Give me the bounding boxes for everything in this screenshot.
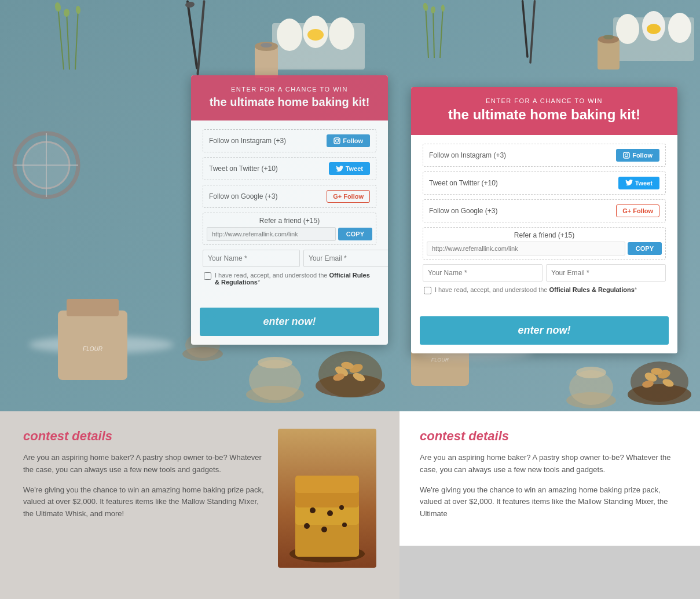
svg-point-80 bbox=[625, 154, 628, 156]
left-google-label: Follow on Google (+3) bbox=[209, 192, 277, 200]
right-contest-card: ENTER FOR A CHANCE TO WIN the ultimate h… bbox=[411, 87, 677, 353]
svg-point-65 bbox=[603, 35, 614, 39]
right-contest-details: contest details Are you an aspiring home… bbox=[400, 411, 700, 546]
svg-point-8 bbox=[185, 1, 195, 8]
right-google-follow-button[interactable]: G+ Follow bbox=[616, 204, 659, 217]
left-contest-para2: We're giving you the chance to win an am… bbox=[23, 484, 266, 520]
svg-point-62 bbox=[647, 24, 661, 34]
svg-rect-57 bbox=[529, 0, 536, 64]
right-name-email-row bbox=[423, 264, 666, 282]
right-contest-para2: We're giving you the chance to win an am… bbox=[420, 484, 680, 520]
right-checkbox-row: I have read, accept, and understood the … bbox=[423, 286, 666, 294]
svg-point-48 bbox=[321, 527, 327, 532]
right-copy-button[interactable]: COPY bbox=[628, 242, 662, 255]
svg-point-23 bbox=[261, 43, 272, 48]
right-card-subtitle: ENTER FOR A CHANCE TO WIN bbox=[423, 97, 666, 104]
left-card-header: ENTER FOR A CHANCE TO WIN the ultimate h… bbox=[191, 75, 388, 120]
svg-point-55 bbox=[441, 5, 445, 12]
right-refer-label: Refer a friend (+15) bbox=[423, 228, 665, 242]
left-contest-title: contest details bbox=[23, 429, 266, 444]
left-twitter-row: Tweet on Twitter (+10) Tweet bbox=[203, 157, 376, 180]
svg-point-12 bbox=[329, 17, 354, 50]
svg-point-46 bbox=[339, 505, 344, 510]
left-email-input[interactable] bbox=[303, 250, 388, 267]
svg-point-3 bbox=[54, 2, 62, 12]
left-contest-card: ENTER FOR A CHANCE TO WIN the ultimate h… bbox=[191, 75, 388, 345]
right-email-input[interactable] bbox=[546, 264, 666, 282]
svg-text:FLOUR: FLOUR bbox=[83, 346, 102, 352]
left-instagram-label: Follow on Instagram (+3) bbox=[209, 137, 286, 145]
svg-rect-18 bbox=[58, 311, 127, 380]
right-card-header: ENTER FOR A CHANCE TO WIN the ultimate h… bbox=[411, 87, 677, 135]
svg-line-2 bbox=[75, 9, 78, 70]
gplus-icon: G+ bbox=[333, 193, 342, 200]
svg-point-47 bbox=[304, 523, 310, 529]
left-refer-label: Refer a friend (+15) bbox=[203, 213, 376, 227]
svg-line-52 bbox=[440, 7, 443, 58]
svg-rect-79 bbox=[624, 152, 629, 158]
left-instagram-follow-button[interactable]: Follow bbox=[327, 134, 370, 147]
left-contest-details: contest details Are you an aspiring home… bbox=[0, 411, 400, 599]
svg-point-70 bbox=[651, 368, 662, 375]
right-google-label: Follow on Google (+3) bbox=[429, 207, 497, 215]
right-card-title: the ultimate home baking kit! bbox=[423, 107, 666, 123]
right-rules-checkbox[interactable] bbox=[424, 287, 431, 294]
left-checkbox-row: I have read, accept, and understood the … bbox=[203, 272, 376, 286]
svg-point-33 bbox=[258, 357, 292, 368]
svg-rect-43 bbox=[295, 476, 359, 493]
right-instagram-row: Follow on Instagram (+3) Follow bbox=[423, 144, 666, 167]
right-name-input[interactable] bbox=[423, 264, 543, 282]
svg-point-25 bbox=[318, 351, 382, 397]
left-card-subtitle: ENTER FOR A CHANCE TO WIN bbox=[203, 86, 376, 93]
left-enter-button[interactable]: enter now! bbox=[200, 308, 379, 336]
right-refer-row: Refer a friend (+15) COPY bbox=[423, 227, 666, 260]
left-card-title: the ultimate home baking kit! bbox=[203, 95, 376, 109]
right-google-row: Follow on Google (+3) G+ Follow bbox=[423, 199, 666, 222]
svg-point-45 bbox=[327, 510, 333, 516]
svg-rect-36 bbox=[334, 138, 340, 144]
left-google-follow-button[interactable]: G+ Follow bbox=[327, 190, 370, 203]
right-contest-para1: Are you an aspiring home baker? A pastry… bbox=[420, 452, 680, 476]
svg-line-1 bbox=[67, 12, 69, 70]
right-refer-input-row: COPY bbox=[423, 242, 665, 259]
left-contest-para1: Are you an aspiring home baker? A pastry… bbox=[23, 452, 266, 476]
svg-point-44 bbox=[310, 507, 316, 513]
left-refer-row: Refer a friend (+15) COPY bbox=[203, 213, 376, 245]
right-card-body: Follow on Instagram (+3) Follow Tweet on… bbox=[411, 135, 677, 312]
right-twitter-tweet-button[interactable]: Tweet bbox=[618, 177, 659, 189]
svg-point-53 bbox=[423, 2, 428, 11]
left-twitter-label: Tweet on Twitter (+10) bbox=[209, 165, 278, 173]
svg-line-0 bbox=[58, 6, 64, 70]
svg-point-75 bbox=[576, 367, 606, 378]
svg-rect-56 bbox=[522, 0, 529, 58]
svg-point-49 bbox=[342, 523, 347, 527]
left-name-input[interactable] bbox=[203, 250, 300, 267]
left-google-row: Follow on Google (+3) G+ Follow bbox=[203, 185, 376, 208]
left-card-body: Follow on Instagram (+3) Follow Tweet on… bbox=[191, 120, 388, 303]
right-twitter-row: Tweet on Twitter (+10) Tweet bbox=[423, 171, 666, 195]
right-instagram-label: Follow on Instagram (+3) bbox=[429, 151, 506, 159]
left-name-email-row bbox=[203, 250, 376, 267]
svg-point-5 bbox=[75, 6, 80, 14]
right-instagram-follow-button[interactable]: Follow bbox=[616, 149, 659, 162]
svg-rect-7 bbox=[196, 0, 205, 75]
left-instagram-row: Follow on Instagram (+3) Follow bbox=[203, 129, 376, 152]
left-twitter-tweet-button[interactable]: Tweet bbox=[329, 162, 370, 175]
gplus-icon-right: G+ bbox=[622, 207, 631, 214]
right-enter-button[interactable]: enter now! bbox=[420, 316, 669, 345]
svg-line-50 bbox=[426, 6, 428, 58]
left-refer-input-row: COPY bbox=[203, 227, 376, 244]
left-refer-input[interactable] bbox=[207, 227, 336, 241]
svg-point-54 bbox=[430, 6, 435, 14]
svg-point-13 bbox=[307, 29, 324, 41]
left-rules-checkbox[interactable] bbox=[204, 272, 211, 280]
right-twitter-label: Tweet on Twitter (+10) bbox=[429, 179, 498, 187]
right-rules-link[interactable]: Official Rules & Regulations bbox=[549, 286, 635, 293]
left-copy-button[interactable]: COPY bbox=[338, 228, 372, 240]
svg-rect-21 bbox=[255, 46, 278, 78]
svg-rect-19 bbox=[67, 299, 119, 316]
svg-point-61 bbox=[668, 13, 691, 43]
left-checkbox-text: I have read, accept, and understood the … bbox=[215, 272, 375, 286]
svg-point-81 bbox=[628, 153, 629, 154]
right-refer-input[interactable] bbox=[427, 242, 625, 255]
